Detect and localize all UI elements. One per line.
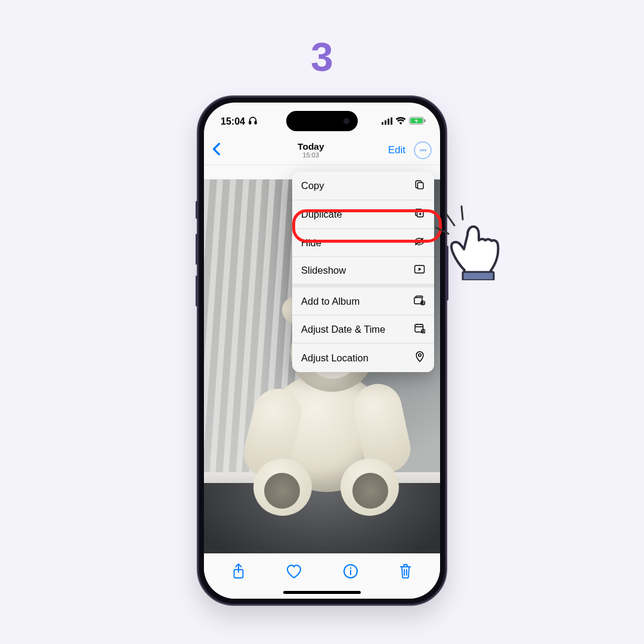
svg-rect-8 bbox=[425, 119, 426, 122]
silence-switch bbox=[196, 201, 198, 219]
nav-subtitle: 15:03 bbox=[234, 151, 388, 159]
tap-cursor-icon bbox=[432, 203, 509, 283]
more-button[interactable]: ••• bbox=[414, 141, 432, 159]
photo-teddy-bear bbox=[264, 373, 389, 492]
menu-item-label: Add to Album bbox=[301, 296, 360, 307]
back-button[interactable] bbox=[212, 141, 234, 160]
copy-icon bbox=[414, 179, 425, 193]
svg-line-23 bbox=[462, 206, 463, 219]
menu-hide[interactable]: Hide bbox=[292, 228, 434, 256]
menu-item-label: Hide bbox=[301, 237, 321, 249]
svg-rect-3 bbox=[385, 120, 386, 125]
svg-rect-9 bbox=[417, 182, 423, 188]
info-button[interactable] bbox=[343, 564, 358, 581]
svg-line-22 bbox=[446, 213, 454, 225]
menu-copy[interactable]: Copy bbox=[292, 172, 434, 200]
photo-blanket bbox=[204, 483, 440, 561]
step-number: 3 bbox=[0, 33, 644, 80]
edit-button[interactable]: Edit bbox=[388, 144, 405, 156]
duplicate-icon bbox=[414, 208, 425, 221]
volume-up-button bbox=[196, 234, 198, 265]
svg-rect-4 bbox=[388, 119, 389, 125]
cellular-icon bbox=[382, 116, 392, 127]
svg-rect-2 bbox=[382, 122, 383, 125]
dynamic-island bbox=[286, 111, 358, 131]
context-menu: Copy Duplicate Hide Slideshow bbox=[292, 172, 434, 372]
nav-title: Today bbox=[234, 141, 388, 151]
wifi-icon bbox=[395, 116, 406, 127]
share-button[interactable] bbox=[231, 563, 246, 582]
nav-bar: Today 15:03 Edit ••• bbox=[204, 136, 440, 165]
headphones-icon bbox=[248, 116, 258, 128]
info-icon bbox=[343, 564, 358, 579]
home-indicator[interactable] bbox=[283, 591, 361, 594]
menu-duplicate[interactable]: Duplicate bbox=[292, 200, 434, 228]
nav-title-group: Today 15:03 bbox=[234, 141, 388, 159]
svg-point-17 bbox=[419, 354, 421, 356]
eye-off-icon bbox=[413, 236, 425, 249]
menu-item-label: Copy bbox=[301, 180, 324, 191]
heart-icon bbox=[286, 564, 302, 579]
menu-adjust-location[interactable]: Adjust Location bbox=[292, 343, 434, 372]
svg-line-21 bbox=[436, 228, 448, 234]
ellipsis-icon: ••• bbox=[419, 145, 426, 155]
menu-add-to-album[interactable]: Add to Album bbox=[292, 287, 434, 315]
menu-item-label: Duplicate bbox=[301, 209, 342, 220]
share-icon bbox=[231, 563, 246, 580]
volume-down-button bbox=[196, 275, 198, 306]
favorite-button[interactable] bbox=[286, 564, 302, 581]
battery-charging-icon bbox=[409, 116, 426, 127]
menu-item-label: Adjust Date & Time bbox=[301, 324, 385, 335]
phone-frame: 15:04 bbox=[197, 95, 447, 606]
phone-screen: 15:04 bbox=[204, 103, 440, 599]
play-rect-icon bbox=[414, 264, 425, 277]
delete-button[interactable] bbox=[398, 563, 413, 582]
svg-rect-24 bbox=[463, 272, 494, 280]
location-pin-icon bbox=[414, 351, 425, 365]
svg-rect-0 bbox=[249, 121, 251, 124]
trash-icon bbox=[398, 563, 413, 580]
svg-rect-1 bbox=[255, 121, 256, 124]
svg-rect-5 bbox=[391, 117, 392, 125]
menu-slideshow[interactable]: Slideshow bbox=[292, 256, 434, 284]
status-time: 15:04 bbox=[221, 116, 245, 127]
album-add-icon bbox=[413, 295, 425, 308]
chevron-left-icon bbox=[212, 141, 221, 159]
menu-item-label: Slideshow bbox=[301, 265, 346, 276]
svg-point-20 bbox=[349, 568, 351, 569]
calendar-icon bbox=[414, 323, 425, 336]
menu-item-label: Adjust Location bbox=[301, 352, 369, 364]
menu-adjust-date-time[interactable]: Adjust Date & Time bbox=[292, 315, 434, 343]
